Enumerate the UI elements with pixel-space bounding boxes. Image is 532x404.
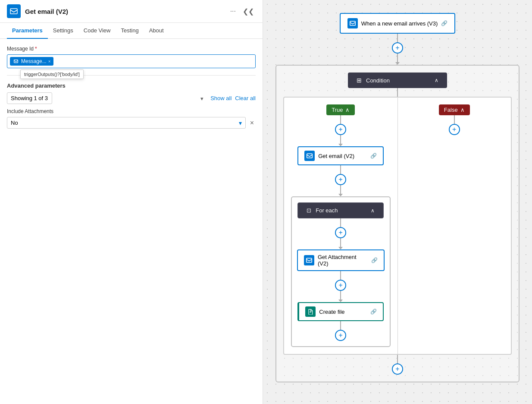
for-each-label: For each [316, 207, 366, 214]
add-false-1[interactable]: + [449, 124, 460, 135]
chevron-left-icon: ❮❮ [243, 7, 254, 16]
branches-container: True ∧ + [283, 97, 512, 355]
tab-about[interactable]: About [144, 23, 169, 39]
add-foreach-1[interactable]: + [335, 227, 346, 238]
add-bottom[interactable]: + [392, 363, 403, 375]
for-each-node[interactable]: ⊡ For each ∧ [297, 202, 384, 218]
tag-close-button[interactable]: × [48, 59, 51, 64]
condition-node[interactable]: ⊞ Condition ∧ [348, 73, 447, 88]
svg-rect-1 [14, 60, 18, 63]
message-id-input-container[interactable]: Message... × triggerOutputs()?['body/id'… [7, 54, 256, 68]
false-branch: False ∧ + [398, 98, 511, 354]
svg-rect-4 [307, 258, 312, 262]
add-foreach-2[interactable]: + [335, 280, 346, 291]
false-branch-header[interactable]: False ∧ [439, 104, 470, 115]
connector-bottom: + [392, 355, 403, 375]
app-icon [7, 4, 21, 18]
condition-chevron[interactable]: ∧ [435, 77, 438, 83]
create-file-label: Create file [319, 309, 367, 315]
svg-rect-3 [307, 154, 312, 158]
create-file-icon [305, 306, 316, 317]
false-chevron: ∧ [460, 107, 465, 113]
ellipsis-icon: ··· [230, 7, 236, 15]
tooltip: triggerOutputs()?['body/id'] [20, 69, 84, 79]
panel-tabs: Parameters Settings Code View Testing Ab… [0, 23, 263, 39]
add-foreach-3[interactable]: + [335, 330, 346, 341]
get-attachment-link: 🔗 [371, 257, 378, 263]
trigger-icon [347, 18, 358, 28]
true-branch-header[interactable]: True ∧ [326, 104, 355, 115]
get-email-link: 🔗 [370, 153, 377, 159]
advanced-params-header: Advanced parameters [7, 82, 256, 89]
connector-foreach-3: + [335, 321, 346, 341]
condition-label: Condition [366, 77, 430, 84]
get-attachment-icon [304, 255, 314, 265]
true-label: True [332, 107, 343, 113]
get-attachment-node[interactable]: Get Attachment (V2) 🔗 [297, 249, 385, 271]
connector-true-2: + [335, 165, 346, 196]
tab-code-view[interactable]: Code View [78, 23, 116, 39]
get-email-node[interactable]: Get email (V2) 🔗 [297, 146, 384, 165]
connector-1: + [392, 34, 403, 65]
params-select-wrapper: Showing 1 of 3 [7, 92, 207, 104]
connector-foreach-2: + [335, 271, 346, 302]
tag-label: Message... [21, 58, 47, 64]
condition-icon: ⊞ [357, 77, 362, 84]
add-true-2[interactable]: + [335, 174, 346, 185]
clear-attachments-button[interactable]: × [248, 118, 256, 128]
svg-rect-0 [10, 9, 17, 14]
outer-condition-container: ⊞ Condition ∧ True ∧ + [275, 65, 519, 382]
include-attachments-select[interactable]: No Yes [7, 117, 245, 128]
message-id-label: Message Id * [7, 46, 256, 52]
svg-rect-2 [350, 21, 355, 25]
get-email-label: Get email (V2) [318, 153, 367, 159]
canvas: When a new email arrives (V3) 🔗 + ⊞ Cond… [263, 0, 532, 404]
true-branch: True ∧ + [284, 98, 398, 354]
collapse-button[interactable]: ❮❮ [241, 6, 256, 17]
for-each-chevron[interactable]: ∧ [371, 208, 375, 214]
get-email-icon [304, 151, 315, 161]
add-step-1[interactable]: + [392, 42, 403, 54]
required-star: * [35, 46, 37, 52]
more-options-button[interactable]: ··· [228, 6, 238, 17]
create-file-link: 🔗 [370, 309, 377, 315]
clear-all-button[interactable]: Clear all [235, 95, 256, 101]
for-each-icon: ⊡ [307, 207, 311, 214]
connector-2 [397, 88, 398, 97]
tag-app-icon [13, 58, 19, 65]
advanced-params-row: Showing 1 of 3 Show all Clear all [7, 92, 256, 104]
params-select[interactable]: Showing 1 of 3 [7, 92, 52, 104]
panel-header: Get email (V2) ··· ❮❮ [0, 0, 263, 23]
add-true-1[interactable]: + [335, 124, 346, 135]
canvas-area: When a new email arrives (V3) 🔗 + ⊞ Cond… [268, 9, 527, 382]
trigger-link-icon: 🔗 [441, 20, 448, 26]
for-each-outer: ⊡ For each ∧ + [291, 196, 391, 347]
panel-content: Message Id * Message... × triggerOutputs… [0, 39, 263, 404]
left-panel: Get email (V2) ··· ❮❮ Parameters Setting… [0, 0, 263, 404]
tab-testing[interactable]: Testing [116, 23, 144, 39]
tab-settings[interactable]: Settings [48, 23, 78, 39]
create-file-node[interactable]: Create file 🔗 [297, 302, 384, 321]
show-all-button[interactable]: Show all [210, 95, 232, 101]
true-chevron: ∧ [345, 107, 350, 113]
panel-header-actions: ··· ❮❮ [228, 6, 256, 17]
panel-title: Get email (V2) [25, 8, 224, 15]
trigger-node[interactable]: When a new email arrives (V3) 🔗 [340, 13, 456, 34]
tab-parameters[interactable]: Parameters [7, 23, 48, 39]
connector-false-1: + [449, 115, 460, 135]
connector-foreach-1: + [335, 218, 346, 249]
connector-true-1: + [335, 115, 346, 146]
include-attachments-wrapper: No Yes [7, 117, 246, 129]
include-attachments-row: No Yes × [7, 117, 256, 129]
trigger-label: When a new email arrives (V3) [361, 20, 438, 27]
message-id-tag: Message... × [10, 57, 53, 66]
false-label: False [444, 107, 458, 113]
include-attachments-label: Include Attachments [7, 108, 256, 114]
get-attachment-label: Get Attachment (V2) [318, 254, 368, 267]
